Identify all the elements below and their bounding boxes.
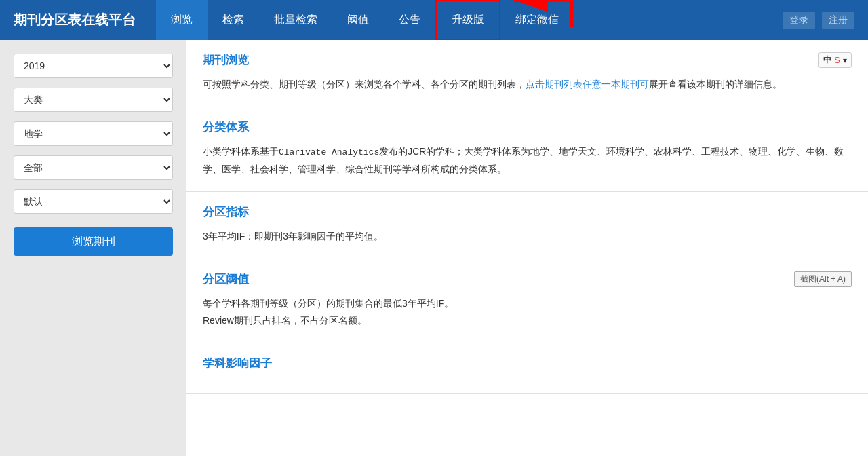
journal-browse-title: 期刊浏览 xyxy=(203,52,249,68)
nav-notice[interactable]: 公告 xyxy=(384,0,435,40)
discipline-impact-section: 学科影响因子 xyxy=(186,343,868,394)
nav-right: 登录 注册 xyxy=(783,12,854,29)
nav-wechat[interactable]: 绑定微信 xyxy=(500,0,574,40)
register-button[interactable]: 注册 xyxy=(822,12,854,29)
nav-threshold[interactable]: 阈值 xyxy=(332,0,384,40)
zone-threshold-body: 每个学科各期刊等级（分区）的期刊集合的最低3年平均IF。 Review期刊只占排… xyxy=(203,295,852,329)
classification-header: 分类体系 xyxy=(203,119,852,135)
lang-badge[interactable]: 中 S ▾ xyxy=(818,52,852,68)
zone-threshold-section: 分区阈值 截图(Alt + A) 每个学科各期刊等级（分区）的期刊集合的最低3年… xyxy=(186,259,868,343)
zone-threshold-header: 分区阈值 截图(Alt + A) xyxy=(203,271,852,287)
classification-section: 分类体系 小类学科体系基于Clarivate Analytics发布的JCR的学… xyxy=(186,107,868,192)
zone-threshold-text2: Review期刊只占排名，不占分区名额。 xyxy=(203,312,852,329)
discipline-impact-title: 学科影响因子 xyxy=(203,356,272,371)
lang-icon: S xyxy=(834,55,840,65)
zone-threshold-text1: 每个学科各期刊等级（分区）的期刊集合的最低3年平均IF。 xyxy=(203,295,852,312)
zone-threshold-title: 分区阈值 xyxy=(203,271,249,287)
category1-select[interactable]: 大类 小类 xyxy=(14,88,173,112)
sort-select[interactable]: 默认 IF升序 IF降序 xyxy=(14,189,173,214)
screenshot-tooltip: 截图(Alt + A) xyxy=(794,271,852,287)
zone-indicator-header: 分区指标 xyxy=(203,204,852,220)
sidebar: 2019 2020 2021 大类 小类 地学 地学天文 环境科学 农林科学 工… xyxy=(0,40,186,456)
nav-batch[interactable]: 批量检索 xyxy=(259,0,332,40)
browse-button[interactable]: 浏览期刊 xyxy=(14,227,173,256)
classification-body: 小类学科体系基于Clarivate Analytics发布的JCR的学科；大类学… xyxy=(203,143,852,178)
login-button[interactable]: 登录 xyxy=(783,12,815,29)
journal-browse-body: 可按照学科分类、期刊等级（分区）来浏览各个学科、各个分区的期刊列表，点击期刊列表… xyxy=(203,76,852,93)
site-title: 期刊分区表在线平台 xyxy=(14,11,136,29)
content-area: 期刊浏览 中 S ▾ 可按照学科分类、期刊等级（分区）来浏览各个学科、各个分区的… xyxy=(186,40,868,456)
journal-list-link[interactable]: 点击期刊列表任意一本期刊可 xyxy=(526,79,649,90)
zone-indicator-title: 分区指标 xyxy=(203,204,249,220)
nav-browse[interactable]: 浏览 xyxy=(156,0,208,40)
journal-browse-section: 期刊浏览 中 S ▾ 可按照学科分类、期刊等级（分区）来浏览各个学科、各个分区的… xyxy=(186,40,868,107)
zone-select[interactable]: 全部 Q1 Q2 Q3 Q4 xyxy=(14,155,173,180)
zone-indicator-section: 分区指标 3年平均IF：即期刊3年影响因子的平均值。 xyxy=(186,192,868,259)
main-layout: 2019 2020 2021 大类 小类 地学 地学天文 环境科学 农林科学 工… xyxy=(0,40,868,456)
main-nav: 浏览 检索 批量检索 阈值 公告 升级版 绑定微信 xyxy=(156,0,574,40)
discipline-impact-header: 学科影响因子 xyxy=(203,356,852,371)
zone-indicator-body: 3年平均IF：即期刊3年影响因子的平均值。 xyxy=(203,228,852,245)
year-select[interactable]: 2019 2020 2021 xyxy=(14,54,173,78)
header: 期刊分区表在线平台 浏览 检索 批量检索 阈值 公告 升级版 绑定微信 xyxy=(0,0,868,40)
lang-cn-label: 中 xyxy=(823,54,831,66)
lang-dropdown-icon: ▾ xyxy=(843,56,847,65)
nav-upgrade[interactable]: 升级版 xyxy=(435,0,500,40)
category2-select[interactable]: 地学 地学天文 环境科学 农林科学 工程技术 物理 化学 生物 数学 医学 社会… xyxy=(14,121,173,146)
journal-browse-header: 期刊浏览 中 S ▾ xyxy=(203,52,852,68)
classification-title: 分类体系 xyxy=(203,119,249,135)
nav-search[interactable]: 检索 xyxy=(208,0,259,40)
